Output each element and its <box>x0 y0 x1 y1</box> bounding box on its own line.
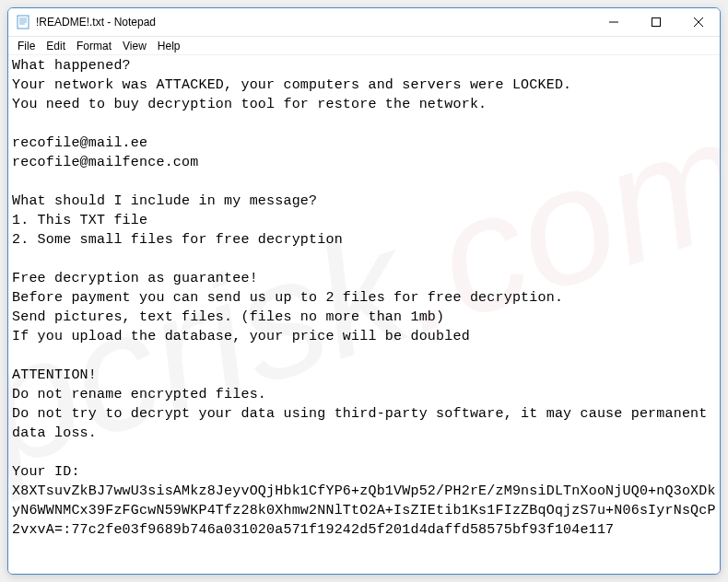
menubar: File Edit Format View Help <box>8 37 720 55</box>
maximize-button[interactable] <box>635 8 677 36</box>
minimize-button[interactable] <box>593 8 635 36</box>
menu-file[interactable]: File <box>12 39 41 53</box>
svg-rect-6 <box>652 18 661 27</box>
menu-format[interactable]: Format <box>71 39 117 53</box>
menu-help[interactable]: Help <box>152 39 186 53</box>
notepad-window: !README!.txt - Notepad File Edit Format … <box>7 7 721 575</box>
text-editor-area[interactable]: What happened? Your network was ATTACKED… <box>8 55 720 574</box>
close-button[interactable] <box>677 8 720 36</box>
titlebar: !README!.txt - Notepad <box>8 8 720 37</box>
window-controls <box>593 8 720 36</box>
menu-edit[interactable]: Edit <box>41 39 71 53</box>
window-title: !README!.txt - Notepad <box>36 16 593 29</box>
notepad-app-icon <box>16 15 30 29</box>
menu-view[interactable]: View <box>117 39 152 53</box>
